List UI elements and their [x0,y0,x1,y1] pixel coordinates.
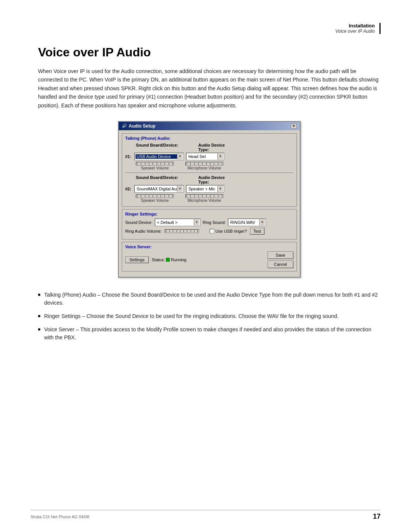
header-title: Installation [335,23,375,29]
speaker-slider-2[interactable] [136,194,174,198]
device2-sound-text: SoundMAX Digital Audio [135,187,177,191]
cancel-button[interactable]: Cancel [268,260,293,268]
usb-ringer-label: Use USB ringer? [215,229,247,233]
footer-left-text: Strata CIX Net Phone AG 04/08 [30,514,89,519]
voice-server-legend: Voice Server: [125,244,293,249]
footer-section: Strata CIX Net Phone AG 04/08 17 [30,510,381,521]
dialog-body: Talking (Phone) Audio: Sound Board/Devic… [119,130,300,277]
ring-sound-label: Ring Sound: [203,220,226,225]
dialog-title-icon: 🔊 [122,123,127,128]
usb-ringer-checkbox-area: Use USB ringer? [210,229,247,233]
close-icon: × [293,124,295,128]
bullet-item-1: Ringer Settings – Choose the Sound Devic… [38,312,381,320]
header-right: Installation Voice over IP Audio [335,23,381,34]
col-sound-header: Sound Board/Device: [136,143,185,152]
device2-audio-text: Speaker + Mic [187,187,217,191]
ring-ticks [165,230,199,232]
col-headers-row1: Sound Board/Device: Audio Device Type: [125,143,293,152]
col-audio-header: Audio Device Type: [198,143,236,152]
page-container: Installation Voice over IP Audio Voice o… [0,0,411,532]
device2-label: #2: [125,187,131,191]
voice-server-content: Settings Status: Running Save Cancel [125,251,293,268]
ring-sound-select[interactable]: RINGIN.WAV ▼ [228,219,266,226]
status-dot-green [166,258,170,262]
sound-device-select[interactable]: < Default > ▼ [155,219,201,226]
device1-row: #1: USB Audio Device ▼ Head Set ▼ [125,153,293,160]
device1-label: #1: [125,154,131,159]
device1-sound-text: USB Audio Device [135,154,177,159]
ringer-device-row: Sound Device: < Default > ▼ Ring Sound: … [125,219,293,226]
bullet-dot-0 [38,294,40,296]
divider-1 [125,173,293,173]
device1-sound-select[interactable]: USB Audio Device ▼ [134,153,184,160]
device2-audio-arrow: ▼ [217,186,223,192]
bullet-dot-1 [38,315,40,317]
header-section: Installation Voice over IP Audio [0,0,411,38]
bullet-list: Talking (Phone) Audio – Choose the Sound… [38,291,381,342]
device2-audio-select[interactable]: Speaker + Mic ▼ [186,185,224,193]
audio-setup-dialog: 🔊 Audio Setup × Talking (Phone) Audio: S… [118,121,301,278]
ring-sound-arrow: ▼ [259,219,265,225]
page-title: Voice over IP Audio [38,45,381,59]
device1-audio-select[interactable]: Head Set ▼ [186,153,224,160]
speaker-volume-1: Speaker Volume [136,162,174,170]
status-label: Status: [152,257,165,262]
ring-audio-label: Ring Audio Volume: [125,229,162,233]
sound-device-label: Sound Device: [125,220,153,225]
dialog-action-buttons: Save Cancel [268,251,293,268]
sound-device-arrow: ▼ [194,219,199,225]
ring-sound-text: RINGIN.WAV [229,220,259,225]
device2-row: #2: SoundMAX Digital Audio ▼ Speaker + M… [125,185,293,193]
ringer-legend: Ringer Settings: [125,212,293,216]
slider-row1: Speaker Volume [125,162,293,170]
col-audio-header-2: Audio Device Type: [198,175,236,184]
intro-paragraph: When Voice over IP is used for the Audio… [38,67,381,110]
mic-vol-label-1: Microphone Volume [188,166,221,170]
col-sound-header-2: Sound Board/Device: [136,175,185,184]
slider-row2: Speaker Volume [125,194,293,203]
mic-volume-2: Microphone Volume [185,194,223,203]
mic-ticks-2 [186,195,223,197]
bullet-dot-2 [38,328,40,331]
mic-vol-label-2: Microphone Volume [188,198,221,203]
ringer-settings-section: Ringer Settings: Sound Device: < Default… [122,209,297,240]
mic-slider-1[interactable] [185,162,223,166]
test-button[interactable]: Test [250,228,264,235]
talking-legend: Talking (Phone) Audio: [125,136,293,141]
device2-sound-select[interactable]: SoundMAX Digital Audio ▼ [134,185,184,193]
voice-server-row: Settings Status: Running [125,256,186,263]
bullet-text-1: Ringer Settings – Choose the Sound Devic… [44,312,339,320]
dialog-wrapper: 🔊 Audio Setup × Talking (Phone) Audio: S… [38,121,381,278]
settings-button[interactable]: Settings [125,256,149,263]
speaker-vol-label-1: Speaker Volume [141,166,169,170]
status-text: Running [171,257,186,262]
footer-page-number: 17 [373,513,381,521]
speaker-ticks-1 [136,163,174,165]
talking-audio-section: Talking (Phone) Audio: Sound Board/Devic… [122,133,297,207]
usb-ringer-checkbox[interactable] [210,229,214,233]
save-button[interactable]: Save [268,251,293,259]
dialog-title-area: 🔊 Audio Setup [122,123,156,129]
sound-device-text: < Default > [156,220,194,225]
bullet-text-0: Talking (Phone) Audio – Choose the Sound… [44,291,381,307]
col-headers-row2: Sound Board/Device: Audio Device Type: [125,175,293,184]
ring-volume-slider[interactable] [165,229,199,233]
speaker-slider-1[interactable] [136,162,174,166]
device1-audio-text: Head Set [187,154,217,159]
device1-audio-arrow: ▼ [217,153,223,160]
header-subtitle: Voice over IP Audio [335,29,375,34]
mic-volume-1: Microphone Volume [185,162,223,170]
ring-volume-row: Ring Audio Volume: [125,228,293,235]
dialog-close-button[interactable]: × [291,123,297,129]
speaker-vol-label-2: Speaker Volume [141,198,169,203]
dialog-title-text: Audio Setup [129,123,156,129]
main-content: Voice over IP Audio When Voice over IP i… [0,38,411,370]
bullet-item-0: Talking (Phone) Audio – Choose the Sound… [38,291,381,307]
speaker-ticks-2 [136,195,174,197]
bullet-item-2: Voice Server – This provides access to t… [38,326,381,342]
device2-sound-arrow: ▼ [177,186,183,192]
mic-slider-2[interactable] [185,194,223,198]
device1-sound-arrow: ▼ [177,153,183,160]
dialog-titlebar: 🔊 Audio Setup × [119,122,300,130]
speaker-volume-2: Speaker Volume [136,194,174,203]
